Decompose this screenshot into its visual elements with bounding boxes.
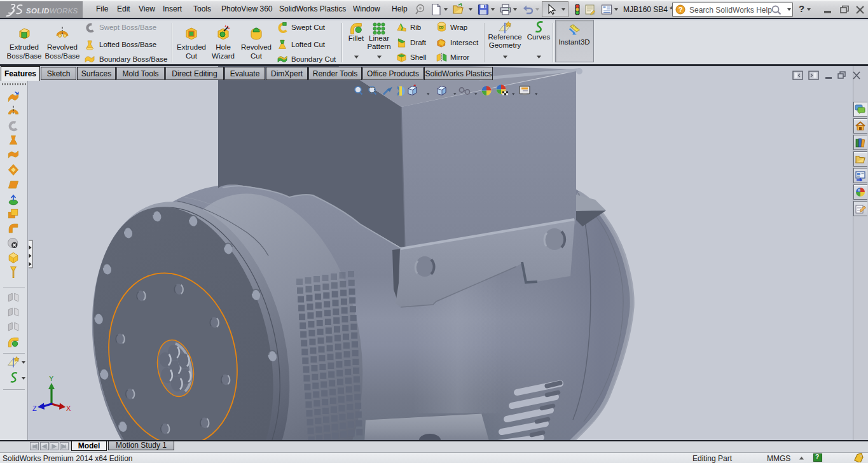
svg-text:SOLIDWORKS: SOLIDWORKS (26, 7, 78, 15)
svg-text:CD: CD (439, 25, 444, 29)
svg-text:Z: Z (32, 404, 37, 412)
svg-text:X: X (66, 404, 71, 412)
svg-text:Y: Y (49, 375, 54, 382)
svg-text:?: ? (679, 6, 683, 13)
